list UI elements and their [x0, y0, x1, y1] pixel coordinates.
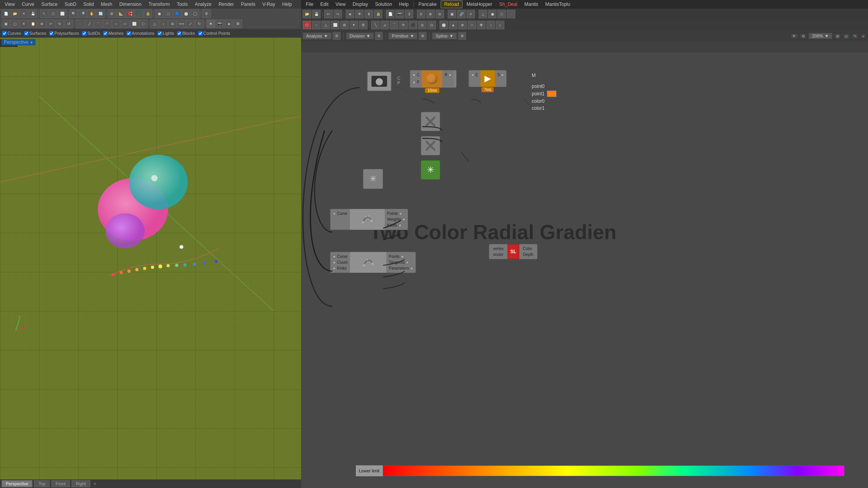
- tb2-light[interactable]: ☀: [206, 20, 215, 28]
- gh-menu-view[interactable]: View: [332, 1, 349, 8]
- gh-tb2-10[interactable]: ⌒: [390, 21, 398, 29]
- menu-panels[interactable]: Panels: [238, 1, 258, 8]
- menu-help[interactable]: Help: [279, 1, 295, 8]
- vp-tab-front[interactable]: Front: [51, 480, 70, 487]
- subds-filter[interactable]: SubDs: [82, 31, 100, 36]
- gh-tb2-14[interactable]: ◷: [427, 21, 436, 29]
- tb-settings[interactable]: ⚙: [202, 9, 211, 18]
- gh-tb2-18[interactable]: ☆: [468, 21, 476, 29]
- tb-zoom-out[interactable]: 🔎: [78, 9, 87, 18]
- gh-tb2-7[interactable]: ⚙: [359, 21, 368, 29]
- gh-tb-info[interactable]: ℹ: [405, 10, 413, 18]
- star-node-2-body[interactable]: ✳: [363, 169, 383, 189]
- cn1-port-curve[interactable]: Curve: [331, 211, 349, 216]
- tb2-2[interactable]: ▢: [11, 20, 19, 28]
- tb2-5[interactable]: ⊕: [38, 20, 46, 28]
- port-s[interactable]: S: [496, 72, 506, 78]
- gh-canvas[interactable]: Two Color Radial Gradien ⬤ C P C P: [301, 52, 868, 488]
- menu-mesh[interactable]: Mesh: [98, 1, 115, 8]
- gh-settings-icon[interactable]: ⚙: [800, 33, 807, 39]
- tb2-rect[interactable]: ⬜: [130, 20, 138, 28]
- gh-view-icon[interactable]: 👁: [790, 33, 798, 39]
- gh-tb-wire[interactable]: 🔗: [457, 10, 466, 18]
- curve-node-2-center[interactable]: [350, 252, 387, 273]
- menu-subd[interactable]: SubD: [61, 1, 79, 8]
- gh-menu-solution[interactable]: Solution: [372, 1, 395, 8]
- tb2-curve[interactable]: ⌒: [94, 20, 102, 28]
- gh-tb-mesh[interactable]: △: [479, 10, 487, 18]
- gh-tb-disable[interactable]: ⏸: [364, 10, 373, 18]
- gh-tb2-11[interactable]: ⟳: [399, 21, 408, 29]
- gh-tb-pt[interactable]: ·: [507, 10, 515, 18]
- tb-wire[interactable]: ◻: [164, 9, 172, 18]
- tb-lasso[interactable]: ⬡: [49, 9, 57, 18]
- tb2-copy[interactable]: ⧉: [168, 20, 177, 28]
- gh-tb2-6[interactable]: ✦: [350, 21, 358, 29]
- control-points-filter[interactable]: Control Points: [198, 31, 230, 36]
- viewport-canvas[interactable]: x y: [0, 38, 301, 479]
- analysis-dropdown[interactable]: Analysis ▼: [303, 32, 332, 39]
- gh-tb2-12[interactable]: ⬛: [409, 21, 417, 29]
- tb-select[interactable]: ↖: [40, 9, 48, 18]
- port-c[interactable]: C: [411, 72, 421, 78]
- tb-shaded[interactable]: ◼: [155, 9, 163, 18]
- tb2-mirror[interactable]: ⟺: [177, 20, 186, 28]
- gh-menu-display[interactable]: Display: [350, 1, 371, 8]
- cn2-port-kinks[interactable]: Kinks: [331, 265, 349, 271]
- sl-badge[interactable]: SL: [508, 244, 519, 259]
- gh-tb2-21[interactable]: ⌂: [496, 21, 504, 29]
- tb2-camera[interactable]: 📷: [215, 20, 224, 28]
- tb-pts[interactable]: ·: [135, 9, 143, 18]
- gh-tb2-20[interactable]: ⬦: [486, 21, 495, 29]
- spline-dropdown[interactable]: Spline ▼: [432, 32, 457, 39]
- tb2-7[interactable]: ↻: [56, 20, 64, 28]
- tb2-scale[interactable]: ⤢: [186, 20, 195, 28]
- tb-window[interactable]: ⬜: [58, 9, 66, 18]
- tb-ortho[interactable]: 📐: [117, 9, 125, 18]
- cross-node-1[interactable]: [421, 112, 440, 131]
- gh-tb-zoom-in[interactable]: ⊕: [426, 10, 435, 18]
- tb-ghosted[interactable]: ◯: [191, 9, 199, 18]
- cn2-port-parameters[interactable]: Parameters: [387, 265, 415, 271]
- tb2-mat[interactable]: ◈: [224, 20, 233, 28]
- tb-zoom-in[interactable]: 🔍: [69, 9, 78, 18]
- curve-node-1[interactable]: Curve Points: [330, 209, 408, 230]
- gh-menu-mantistoplu[interactable]: MantisToplu: [542, 1, 573, 8]
- orange-node[interactable]: C P 10ms R: [410, 70, 457, 88]
- gh-tb2-1[interactable]: ⬡: [303, 21, 311, 29]
- surfaces-filter[interactable]: Surfaces: [24, 31, 46, 36]
- meshes-filter[interactable]: Meshes: [103, 31, 124, 36]
- gh-menu-shdeal[interactable]: Sh_Deal: [496, 1, 520, 8]
- curve-node-2[interactable]: Curve Count Kinks: [330, 252, 416, 273]
- tb2-extrude[interactable]: △: [150, 20, 159, 28]
- gh-pen-icon[interactable]: ✎: [852, 33, 859, 39]
- primitive-settings[interactable]: ⚙: [418, 32, 427, 40]
- tb2-rotate3d[interactable]: ↻: [195, 20, 204, 28]
- tb-lock[interactable]: 🔒: [143, 9, 152, 18]
- tb2-4[interactable]: 📋: [29, 20, 37, 28]
- port-e[interactable]: E: [470, 72, 480, 78]
- curve-node-2-body[interactable]: Curve Count Kinks: [330, 252, 416, 273]
- polysurfaces-filter[interactable]: Polysurfaces: [49, 31, 79, 36]
- tb2-enviro[interactable]: ⌘: [233, 20, 242, 28]
- division-dropdown[interactable]: Division ▼: [346, 32, 374, 39]
- gh-tb2-13[interactable]: ◎: [418, 21, 427, 29]
- tb-snap[interactable]: 🧲: [126, 9, 134, 18]
- gh-tb2-15[interactable]: ⬤: [439, 21, 448, 29]
- lights-filter[interactable]: Lights: [158, 31, 174, 36]
- curve-node-1-body[interactable]: Curve Points: [330, 209, 408, 230]
- gh-tb-save[interactable]: 💾: [312, 10, 321, 18]
- gh-tb-open[interactable]: 📂: [303, 10, 311, 18]
- camera-node-body[interactable]: ⬤: [367, 71, 392, 91]
- gh-tb-redo[interactable]: ↪: [334, 10, 342, 18]
- gh-menu-reload[interactable]: Reload: [441, 0, 463, 8]
- spline-settings[interactable]: ⚙: [458, 32, 466, 40]
- cn2-port-curve[interactable]: Curve: [331, 254, 349, 259]
- gh-tb-brep[interactable]: ⬡: [497, 10, 506, 18]
- tb2-arc[interactable]: ◠: [103, 20, 111, 28]
- cn2-port-points[interactable]: Points: [387, 254, 415, 259]
- cn1-port-weights[interactable]: Weights: [386, 216, 407, 222]
- tb2-line[interactable]: ╱: [85, 20, 93, 28]
- star-node[interactable]: ✳: [421, 160, 440, 180]
- gh-tb-zoom-out[interactable]: ⊖: [436, 10, 444, 18]
